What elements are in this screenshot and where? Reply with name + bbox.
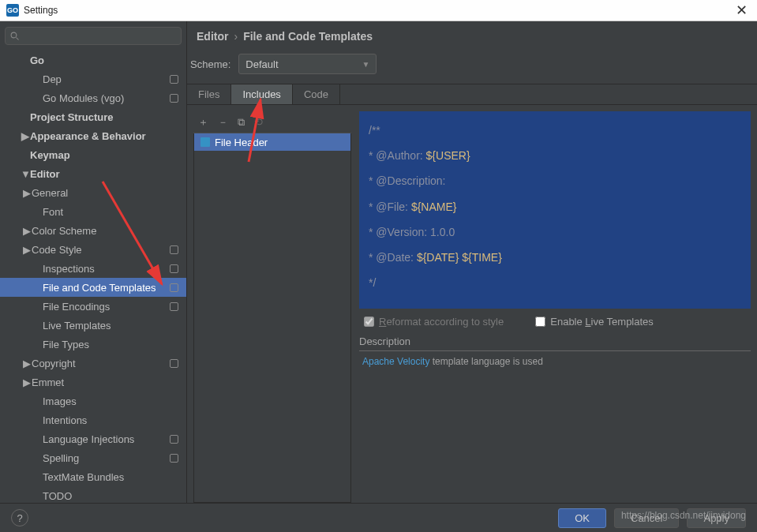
modified-indicator-icon — [170, 283, 178, 292]
window-close-button[interactable]: ✕ — [733, 2, 751, 19]
sidebar-search[interactable] — [5, 27, 182, 45]
modified-indicator-icon — [170, 435, 178, 444]
tree-item-label: File Types — [43, 339, 89, 350]
tree-item-label: Inspections — [43, 263, 95, 275]
sidebar-item-todo[interactable]: TODO — [0, 486, 186, 503]
tree-item-label: File and Code Templates — [43, 282, 156, 294]
window-titlebar: GO Settings ✕ — [0, 0, 757, 21]
help-button[interactable]: ? — [11, 509, 28, 526]
settings-tree: GoDepGo Modules (vgo)Project Structure▶A… — [0, 51, 186, 503]
svg-line-1 — [17, 37, 19, 39]
app-icon: GO — [6, 4, 19, 17]
tree-item-label: Keymap — [30, 149, 70, 161]
scheme-select[interactable]: Default ▼ — [238, 54, 377, 74]
tree-item-label: Go Modules (vgo) — [43, 92, 124, 104]
revert-icon[interactable]: ⟲ — [254, 116, 263, 128]
enable-live-templates-checkbox[interactable]: Enable Live Templates — [535, 316, 654, 328]
tab-includes[interactable]: Includes — [231, 84, 292, 104]
editor-line: * @Date: ${DATE} ${TIME} — [369, 245, 741, 270]
sidebar-item-file-and-code-templates[interactable]: File and Code Templates — [0, 278, 186, 297]
tree-arrow-icon: ▼ — [21, 168, 30, 180]
editor-line: * @Author: ${USER} — [369, 143, 741, 168]
breadcrumb-parent[interactable]: Editor — [197, 30, 228, 43]
tree-arrow-icon: ▶ — [21, 130, 30, 142]
window-title: Settings — [24, 5, 733, 16]
apply-button[interactable]: Apply — [687, 508, 746, 528]
sidebar-item-file-types[interactable]: File Types — [0, 335, 186, 354]
tree-item-label: Spelling — [43, 452, 79, 464]
modified-indicator-icon — [170, 94, 178, 103]
sidebar-item-dep[interactable]: Dep — [0, 69, 186, 88]
tree-item-label: Go — [30, 54, 44, 66]
sidebar-item-language-injections[interactable]: Language Injections — [0, 429, 186, 448]
tree-item-label: TODO — [43, 490, 72, 502]
tree-item-label: Color Scheme — [32, 225, 96, 237]
sidebar-item-intentions[interactable]: Intentions — [0, 410, 186, 429]
tree-item-label: Live Templates — [43, 320, 111, 332]
modified-indicator-icon — [170, 302, 178, 311]
breadcrumb: Editor › File and Code Templates — [187, 21, 757, 46]
description-text: template language is used — [429, 356, 542, 367]
copy-icon[interactable]: ⧉ — [238, 116, 245, 129]
breadcrumb-current: File and Code Templates — [243, 30, 373, 43]
tree-item-label: Language Injections — [43, 433, 134, 445]
sidebar-item-spelling[interactable]: Spelling — [0, 448, 186, 467]
cancel-button[interactable]: Cancel — [614, 508, 679, 528]
sidebar-item-appearance-behavior[interactable]: ▶Appearance & Behavior — [0, 126, 186, 145]
reformat-checkbox: Reformat according to style — [364, 316, 504, 328]
add-icon[interactable]: ＋ — [198, 115, 208, 129]
tree-item-label: General — [32, 187, 68, 199]
search-input[interactable] — [23, 31, 176, 42]
breadcrumb-sep: › — [234, 30, 238, 43]
tab-code[interactable]: Code — [293, 84, 340, 104]
sidebar-item-keymap[interactable]: Keymap — [0, 145, 186, 164]
sidebar-item-emmet[interactable]: ▶Emmet — [0, 373, 186, 392]
sidebar-item-font[interactable]: Font — [0, 202, 186, 221]
sidebar-item-editor[interactable]: ▼Editor — [0, 164, 186, 183]
tree-item-label: TextMate Bundles — [43, 471, 124, 483]
tree-arrow-icon: ▶ — [22, 225, 32, 237]
chevron-down-icon: ▼ — [362, 60, 369, 69]
template-editor[interactable]: /** * @Author: ${USER} * @Description: *… — [359, 111, 751, 309]
scheme-value: Default — [245, 58, 278, 70]
tree-item-label: Images — [43, 395, 77, 407]
template-toolbar: ＋ － ⧉ ⟲ — [193, 111, 351, 133]
sidebar-item-general[interactable]: ▶General — [0, 183, 186, 202]
tree-item-label: Project Structure — [30, 111, 113, 123]
sidebar-item-go[interactable]: Go — [0, 51, 186, 69]
editor-line: * @File: ${NAME} — [369, 194, 741, 219]
template-item-file-header[interactable]: File Header — [194, 133, 350, 151]
tree-item-label: Copyright — [32, 358, 76, 369]
description-box: Apache Velocity template language is use… — [359, 350, 751, 503]
tab-files[interactable]: Files — [187, 84, 231, 104]
sidebar-item-code-style[interactable]: ▶Code Style — [0, 240, 186, 259]
tree-item-label: File Encodings — [43, 301, 110, 313]
sidebar-item-go-modules-vgo-[interactable]: Go Modules (vgo) — [0, 88, 186, 107]
velocity-link[interactable]: Apache Velocity — [362, 356, 429, 367]
sidebar-item-live-templates[interactable]: Live Templates — [0, 316, 186, 335]
sidebar-item-textmate-bundles[interactable]: TextMate Bundles — [0, 467, 186, 486]
sidebar-item-inspections[interactable]: Inspections — [0, 259, 186, 278]
tree-item-label: Font — [43, 206, 63, 218]
editor-line: * @Version: 1.0.0 — [369, 219, 741, 245]
search-icon — [10, 32, 20, 41]
modified-indicator-icon — [170, 359, 178, 368]
sidebar-item-images[interactable]: Images — [0, 392, 186, 410]
sidebar-item-project-structure[interactable]: Project Structure — [0, 107, 186, 126]
ok-button[interactable]: OK — [558, 508, 606, 528]
tree-item-label: Dep — [43, 73, 62, 85]
modified-indicator-icon — [170, 264, 178, 273]
sidebar-item-file-encodings[interactable]: File Encodings — [0, 297, 186, 316]
modified-indicator-icon — [170, 245, 178, 254]
template-list: File Header — [193, 133, 351, 503]
modified-indicator-icon — [170, 454, 178, 463]
tree-item-label: Appearance & Behavior — [30, 130, 146, 142]
remove-icon[interactable]: － — [218, 115, 228, 129]
description-label: Description — [359, 334, 751, 350]
dialog-footer: ? OK Cancel Apply — [0, 503, 757, 532]
editor-line: */ — [369, 270, 741, 295]
tree-item-label: Intentions — [43, 414, 87, 426]
sidebar-item-copyright[interactable]: ▶Copyright — [0, 354, 186, 373]
sidebar-item-color-scheme[interactable]: ▶Color Scheme — [0, 221, 186, 240]
tree-item-label: Code Style — [32, 244, 82, 256]
